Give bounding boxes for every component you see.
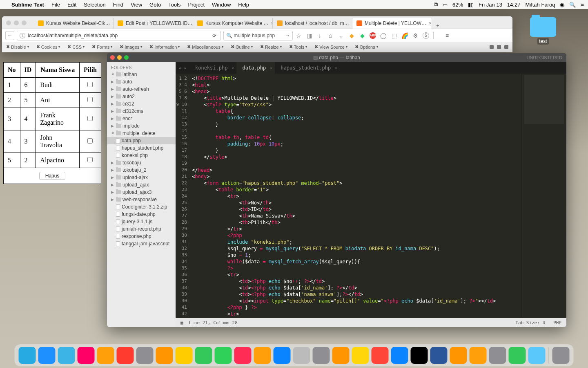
dock-app-messages[interactable] xyxy=(195,347,212,364)
browser-tab[interactable]: Multiple Delete | YELLOW…× xyxy=(352,18,432,29)
dock-app-ibooks[interactable] xyxy=(254,347,271,364)
dock-app-itunes[interactable] xyxy=(234,347,252,364)
dock-app-reminders[interactable] xyxy=(156,347,173,364)
dock-app-keynote[interactable] xyxy=(450,347,467,364)
search-field[interactable]: 🔍 multiple hapus php → xyxy=(223,31,293,40)
new-tab-button[interactable]: + xyxy=(432,23,443,29)
dock-app-textedit[interactable] xyxy=(489,347,506,364)
devbar-forms[interactable]: ✖Forms▾ xyxy=(92,44,112,49)
dock-app-sublime[interactable] xyxy=(332,347,350,364)
menu-find[interactable]: Find xyxy=(113,2,123,8)
dock-app-facetime[interactable] xyxy=(215,347,232,364)
reader-icon[interactable]: ▥ xyxy=(306,32,312,39)
dock-app-launchpad[interactable] xyxy=(293,347,310,364)
folder-auto2[interactable]: ▶auto2 xyxy=(107,93,176,100)
url-field[interactable]: i localhost/latihan/multiple_delete/data… xyxy=(17,31,221,40)
browser-tab[interactable]: Kursus Website Bekasi-Cik…× xyxy=(34,18,114,29)
folder-auto[interactable]: ▶auto xyxy=(107,78,176,85)
page-info-icon[interactable]: i xyxy=(20,33,25,38)
folder-multiple_delete[interactable]: ▼multiple_delete xyxy=(107,130,176,137)
hapus-button[interactable]: Hapus xyxy=(39,172,66,180)
siri-icon[interactable]: ◉ xyxy=(560,2,564,8)
ext2-icon[interactable]: ◆ xyxy=(359,32,365,39)
dock-app-sysprefs[interactable] xyxy=(313,347,330,364)
zoom-window[interactable] xyxy=(22,20,27,25)
menu-selection[interactable]: Selection xyxy=(84,2,105,8)
devbar-disable[interactable]: ✖Disable▾ xyxy=(6,44,29,49)
back-button[interactable]: ← xyxy=(5,31,14,40)
devbar-miscellaneous[interactable]: ✖Miscellaneous▾ xyxy=(187,44,223,49)
folder-upload_ajax[interactable]: ▶upload_ajax xyxy=(107,181,176,188)
tab-nav-arrows[interactable]: ◂ ▸ xyxy=(176,62,189,74)
dock-app-appstore[interactable] xyxy=(274,347,291,364)
file-jquery-3.1.1.js[interactable]: jquery-3.1.1.js xyxy=(107,218,176,225)
folder-tokobaju_2[interactable]: ▶tokobaju_2 xyxy=(107,166,176,174)
minimize-window[interactable] xyxy=(117,55,122,60)
select-checkbox[interactable] xyxy=(87,82,93,87)
ext7-badge[interactable]: 5 xyxy=(423,32,429,39)
dock-app-chrome[interactable] xyxy=(352,347,369,364)
folder-upload-ajax[interactable]: ▶upload-ajax xyxy=(107,174,176,181)
downloads-icon[interactable]: ↓ xyxy=(316,32,323,39)
folder-auto-refresh[interactable]: ▶auto-refresh xyxy=(107,85,176,93)
ext5-icon[interactable]: 🌈 xyxy=(401,32,408,39)
folder-ci312[interactable]: ▶ci312 xyxy=(107,100,176,108)
devbar-information[interactable]: ✖Information▾ xyxy=(149,44,180,49)
app-name[interactable]: Sublime Text xyxy=(11,2,44,8)
dock-app-contacts[interactable] xyxy=(136,347,154,364)
menu-help[interactable]: Help xyxy=(238,2,249,8)
close-window[interactable] xyxy=(6,20,11,25)
minimap[interactable] xyxy=(521,74,566,318)
reload-icon[interactable]: ⟳ xyxy=(212,33,216,38)
dock-app-trash[interactable] xyxy=(552,347,570,364)
user-name[interactable]: Miftah Faroq xyxy=(525,2,555,8)
file-fungsi-date.php[interactable]: fungsi-date.php xyxy=(107,211,176,218)
menu-project[interactable]: Project xyxy=(188,2,205,8)
dock-app-calendar[interactable] xyxy=(117,347,134,364)
display-icon[interactable]: ▭ xyxy=(443,2,448,8)
editor-tab[interactable]: koneksi.php× xyxy=(189,62,236,74)
editor-tab[interactable]: data.php× xyxy=(236,62,275,74)
file-data.php[interactable]: data.php xyxy=(107,137,176,144)
home-icon[interactable]: ⌂ xyxy=(327,32,334,39)
devbar-opt3[interactable] xyxy=(504,45,508,49)
menu-window[interactable]: Window xyxy=(212,2,231,8)
menu-extras-icon[interactable]: ≡ xyxy=(581,2,584,8)
file-tanggal-jam-javascript[interactable]: tanggal-jam-javascript xyxy=(107,240,176,247)
ext6-icon[interactable]: ⚙ xyxy=(412,32,419,39)
devbar-view source[interactable]: ✖View Source▾ xyxy=(314,44,347,49)
minimize-window[interactable] xyxy=(14,20,19,25)
browser-tab[interactable]: Kursus Komputer Website …× xyxy=(193,18,273,29)
folder-web-responsive[interactable]: ▶web-responsive xyxy=(107,196,176,203)
close-window[interactable] xyxy=(110,55,115,60)
spotlight-icon[interactable]: 🔍 xyxy=(569,2,576,8)
status-grid-icon[interactable]: ▦ xyxy=(180,320,183,325)
close-tab-icon[interactable]: × xyxy=(429,20,432,26)
devbar-tools[interactable]: ✖Tools▾ xyxy=(289,44,307,49)
file-CodeIgniter-3.1.2.zip[interactable]: CodeIgniter-3.1.2.zip xyxy=(107,203,176,211)
dock-app-pages[interactable] xyxy=(470,347,487,364)
devbar-opt2[interactable] xyxy=(497,45,501,49)
search-go-icon[interactable]: → xyxy=(285,33,290,38)
close-tab-icon[interactable]: × xyxy=(270,65,273,71)
tab-size[interactable]: Tab Size: 4 xyxy=(515,320,545,325)
dock-app-numbers[interactable] xyxy=(509,347,526,364)
devbar-outline[interactable]: ✖Outline▾ xyxy=(231,44,253,49)
dock-app-terminal[interactable] xyxy=(411,347,428,364)
close-tab-icon[interactable]: × xyxy=(232,65,234,71)
devbar-css[interactable]: ✖CSS▾ xyxy=(67,44,85,49)
ext1-icon[interactable]: ◆ xyxy=(348,32,355,39)
menu-file[interactable]: File xyxy=(51,2,60,8)
dock-app-finder[interactable] xyxy=(19,347,36,364)
file-koneksi.php[interactable]: koneksi.php xyxy=(107,152,176,159)
close-tab-icon[interactable]: × xyxy=(334,65,337,71)
battery-icon[interactable]: ▮▯ xyxy=(468,2,474,8)
devbar-resize[interactable]: ✖Resize▾ xyxy=(260,44,282,49)
hamburger-icon[interactable]: ≡ xyxy=(444,32,450,39)
code-lines[interactable]: <!DOCTYPE html> <html> <head> <title>Mul… xyxy=(189,74,521,318)
devbar-cookies[interactable]: ✖Cookies▾ xyxy=(36,44,60,49)
menu-view[interactable]: View xyxy=(131,2,142,8)
sublime-sidebar[interactable]: FOLDERS ▼latihan▶auto▶auto-refresh▶auto2… xyxy=(107,62,176,327)
devbar-images[interactable]: ✖Images▾ xyxy=(120,44,142,49)
folder-latihan[interactable]: ▼latihan xyxy=(107,71,176,78)
